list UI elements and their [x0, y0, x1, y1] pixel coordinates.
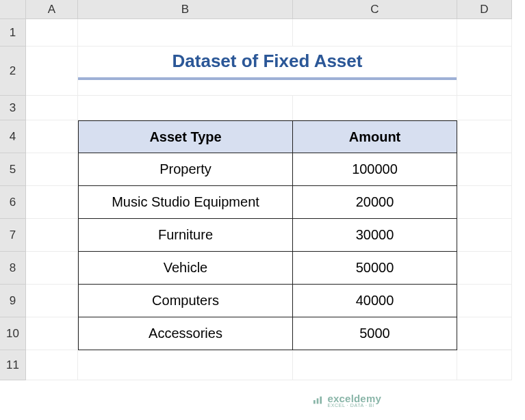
table-row[interactable]: 50000 [293, 252, 457, 285]
cell-c11[interactable] [293, 350, 457, 380]
table-row[interactable]: Property [78, 153, 293, 186]
table-row[interactable]: 40000 [293, 285, 457, 317]
title-underline [78, 77, 457, 80]
row-header-11[interactable]: 11 [0, 350, 26, 380]
row-header-9[interactable]: 9 [0, 285, 26, 317]
cell-c3[interactable] [293, 96, 457, 120]
cell-a10[interactable] [26, 317, 78, 350]
table-header-asset-type[interactable]: Asset Type [78, 120, 293, 153]
row-header-8[interactable]: 8 [0, 252, 26, 285]
row-header-10[interactable]: 10 [0, 317, 26, 350]
cell-d8[interactable] [457, 252, 512, 285]
col-header-a[interactable]: A [26, 0, 78, 19]
table-row[interactable]: Vehicle [78, 252, 293, 285]
title-text: Dataset of Fixed Asset [172, 47, 363, 77]
col-header-d[interactable]: D [457, 0, 512, 19]
row-header-6[interactable]: 6 [0, 186, 26, 219]
cell-d10[interactable] [457, 317, 512, 350]
spreadsheet-grid: A B C D 1 2 Dataset of Fixed Asset 3 4 A… [0, 0, 525, 420]
cell-d7[interactable] [457, 219, 512, 252]
cell-a5[interactable] [26, 153, 78, 186]
cell-a1[interactable] [26, 19, 78, 47]
cell-a7[interactable] [26, 219, 78, 252]
col-header-c[interactable]: C [293, 0, 457, 19]
table-row[interactable]: 100000 [293, 153, 457, 186]
row-header-1[interactable]: 1 [0, 19, 26, 47]
cell-d4[interactable] [457, 120, 512, 153]
table-row[interactable]: Computers [78, 285, 293, 317]
cell-b11[interactable] [78, 350, 293, 380]
table-row[interactable]: Furniture [78, 219, 293, 252]
cell-d11[interactable] [457, 350, 512, 380]
table-row[interactable]: 5000 [293, 317, 457, 350]
cell-a6[interactable] [26, 186, 78, 219]
cell-b1[interactable] [78, 19, 293, 47]
cell-a3[interactable] [26, 96, 78, 120]
cell-d9[interactable] [457, 285, 512, 317]
cell-c1[interactable] [293, 19, 457, 47]
row-header-3[interactable]: 3 [0, 96, 26, 120]
cell-a11[interactable] [26, 350, 78, 380]
cell-d2[interactable] [457, 47, 512, 96]
table-row[interactable]: 20000 [293, 186, 457, 219]
cell-a9[interactable] [26, 285, 78, 317]
cell-a8[interactable] [26, 252, 78, 285]
table-row[interactable]: Accessories [78, 317, 293, 350]
row-header-4[interactable]: 4 [0, 120, 26, 153]
cell-a2[interactable] [26, 47, 78, 96]
title-cell[interactable]: Dataset of Fixed Asset [78, 47, 457, 96]
table-row[interactable]: 30000 [293, 219, 457, 252]
cell-d3[interactable] [457, 96, 512, 120]
cell-d6[interactable] [457, 186, 512, 219]
select-all-corner[interactable] [0, 0, 26, 19]
table-header-amount[interactable]: Amount [293, 120, 457, 153]
cell-b3[interactable] [78, 96, 293, 120]
col-header-b[interactable]: B [78, 0, 293, 19]
row-header-5[interactable]: 5 [0, 153, 26, 186]
row-header-2[interactable]: 2 [0, 47, 26, 96]
row-header-7[interactable]: 7 [0, 219, 26, 252]
table-row[interactable]: Music Studio Equipment [78, 186, 293, 219]
cell-a4[interactable] [26, 120, 78, 153]
cell-d5[interactable] [457, 153, 512, 186]
cell-d1[interactable] [457, 19, 512, 47]
